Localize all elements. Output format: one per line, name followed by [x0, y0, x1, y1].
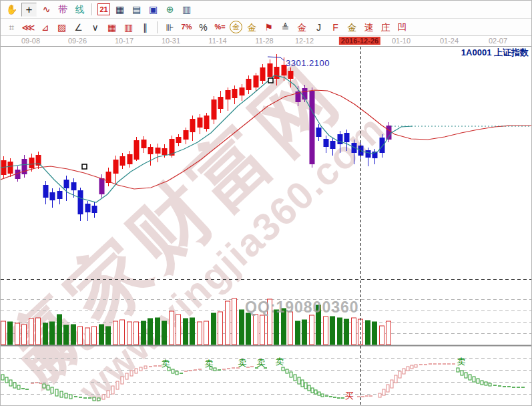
toolbar-separator: [157, 21, 158, 33]
indicator-mark: [308, 385, 310, 391]
indicator-dash: [452, 363, 455, 365]
volume-bar: [78, 327, 83, 345]
date-label: 11-14: [208, 37, 226, 45]
su-line-icon[interactable]: 速: [362, 21, 376, 33]
crosshair-icon[interactable]: +: [21, 3, 37, 17]
gann-box-icon[interactable]: ▨: [55, 21, 69, 33]
volume-bar: [99, 325, 104, 345]
volume-bar: [64, 325, 69, 345]
vee-line-icon[interactable]: ∨: [88, 21, 102, 33]
market-globe-icon[interactable]: ⊕: [163, 3, 177, 16]
sell-signal-label: 卖: [162, 359, 170, 369]
candle-body: [190, 119, 196, 132]
chart-window: ✋+∿带线21▦▤▣⊕▥ ⌗⋘⊿▨∠∨▦▥∥⊪7%%%=金金⚑≜金JF金速庄凹 …: [0, 0, 532, 406]
indicator-dash: [507, 386, 511, 387]
indicator-dash: [232, 367, 235, 369]
volume-bar: [15, 323, 20, 345]
indicator-mark: [415, 365, 417, 367]
gold-lines-icon[interactable]: 金: [245, 21, 259, 33]
volume-bar: [380, 326, 384, 345]
indicator-mark: [407, 367, 409, 371]
indicator-dash: [198, 369, 202, 370]
indicator-dash: [31, 383, 34, 384]
ao-line-icon[interactable]: 凹: [395, 21, 409, 33]
candle-body: [120, 156, 125, 166]
gold-red-icon[interactable]: 金: [295, 21, 309, 33]
notes-icon[interactable]: ▤: [129, 3, 144, 16]
indicator-mark: [116, 381, 119, 389]
gold-circle-icon[interactable]: 金: [230, 21, 242, 33]
indicator-dash: [218, 369, 221, 371]
candle-body: [29, 158, 35, 168]
percent-icon[interactable]: %: [196, 21, 210, 33]
ribbon-tool-icon[interactable]: 带: [56, 3, 70, 16]
indicator-dash: [88, 397, 91, 399]
candle-body: [366, 150, 371, 158]
calendar-icon[interactable]: 21: [97, 3, 110, 15]
candle-body: [254, 75, 259, 87]
f-line-icon[interactable]: F: [328, 21, 342, 33]
zhuang-line-icon[interactable]: 庄: [378, 21, 392, 33]
ma-short-line: [1, 75, 413, 202]
parallel-lines-icon[interactable]: ∥: [138, 21, 152, 33]
volume-bar: [246, 313, 251, 345]
candle-body: [232, 89, 238, 98]
volume-bar: [57, 315, 62, 345]
percent-lines-icon[interactable]: %=: [213, 21, 227, 33]
kline-stats-icon[interactable]: ⊪: [163, 21, 177, 33]
indicator-dash: [357, 396, 360, 397]
date-label: 01-10: [392, 37, 411, 45]
grid-icon[interactable]: ▦: [105, 21, 119, 33]
volume-bar: [344, 319, 349, 345]
candle-body: [156, 148, 161, 154]
volume-bar: [134, 322, 139, 345]
j-line-icon[interactable]: J: [312, 21, 326, 33]
pan-hand-icon[interactable]: ✋: [5, 3, 19, 16]
date-label: 10-17: [115, 37, 134, 45]
volume-bar: [372, 322, 377, 345]
date-label: 01-24: [440, 37, 459, 45]
calculator-icon[interactable]: ▦: [113, 3, 127, 16]
angle-line-icon[interactable]: ∠: [71, 21, 85, 33]
print-icon[interactable]: ▥: [180, 3, 194, 16]
volume-bar: [120, 320, 125, 345]
indicator-mark: [13, 383, 16, 388]
candle-body: [330, 141, 336, 149]
volume-bar: [1, 321, 6, 345]
candle-body: [288, 71, 294, 79]
date-label: 12-12: [295, 37, 314, 45]
save-icon[interactable]: ▣: [146, 3, 160, 16]
volume-bar: [36, 318, 41, 345]
indicator-dash: [521, 387, 525, 388]
volume-bar: [386, 321, 391, 345]
trendline-icon[interactable]: ∿: [39, 3, 53, 16]
speed-line-icon[interactable]: ⊿: [38, 21, 52, 33]
chanlun-tool-icon[interactable]: 线: [73, 3, 87, 16]
gold-angle-icon[interactable]: 金: [345, 21, 359, 33]
volume-bar: [162, 321, 167, 345]
price-chart[interactable]: 卖卖卖卖卖卖买: [1, 1, 532, 406]
chart-marker: [82, 164, 87, 169]
indicator-dash: [447, 363, 451, 365]
indicator-dash: [503, 386, 506, 387]
indicator-mark: [135, 369, 138, 373]
indicator-mark: [60, 391, 63, 397]
indicator-mark: [130, 371, 133, 376]
volume-bar: [142, 321, 146, 345]
volume-bar: [302, 320, 307, 345]
percent7-icon[interactable]: 7%: [180, 21, 194, 33]
indicator-mark: [489, 383, 491, 386]
candle-body: [43, 185, 49, 198]
volume-bar: [148, 319, 153, 345]
sell-signal-label: 卖: [457, 357, 466, 367]
grid2-icon[interactable]: ▥: [121, 21, 136, 33]
volume-bar: [366, 321, 370, 345]
volume-bar: [22, 325, 27, 345]
flag-candle-icon[interactable]: ⚑: [262, 21, 276, 33]
pattern-icon[interactable]: ≜: [278, 21, 292, 33]
indicator-dash: [154, 365, 157, 367]
indicator-mark: [144, 366, 147, 369]
candle-body: [113, 160, 119, 174]
gann-frame-icon[interactable]: ⌗: [5, 21, 19, 33]
gann-fan-icon[interactable]: ⋘: [21, 21, 35, 33]
